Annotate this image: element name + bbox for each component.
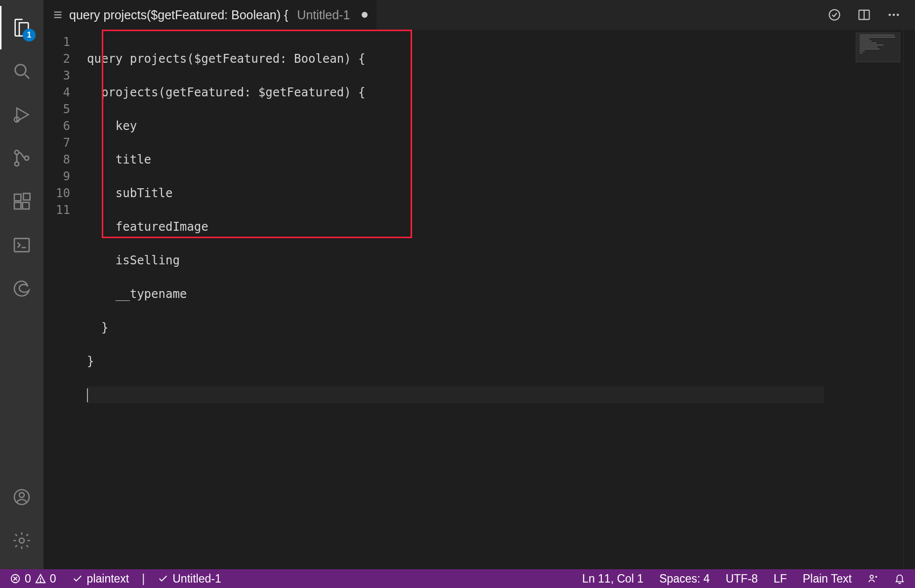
status-indentation[interactable]: Spaces: 4 xyxy=(656,569,712,588)
activity-source-control[interactable] xyxy=(0,136,43,180)
code-line[interactable] xyxy=(87,386,824,403)
line-number-gutter: 1 2 3 4 5 6 7 8 9 10 11 xyxy=(43,30,77,569)
status-notifications-icon[interactable] xyxy=(891,569,908,588)
svg-rect-7 xyxy=(14,194,21,201)
status-lang-server[interactable]: plaintext xyxy=(69,569,132,588)
svg-point-5 xyxy=(15,162,19,166)
svg-point-0 xyxy=(15,65,26,76)
code-line[interactable]: projects(getFeatured: $getFeatured) { xyxy=(87,84,824,101)
status-language-mode[interactable]: Plain Text xyxy=(800,569,855,588)
activity-run-debug[interactable] xyxy=(0,93,43,136)
dirty-indicator-icon xyxy=(362,12,368,18)
svg-point-30 xyxy=(870,575,873,578)
svg-marker-2 xyxy=(17,108,28,122)
text-caret xyxy=(87,388,88,402)
code-line[interactable]: isSelling xyxy=(87,252,824,269)
svg-point-15 xyxy=(19,538,24,543)
code-line[interactable]: } xyxy=(87,353,824,370)
code-line[interactable]: title xyxy=(87,151,824,168)
status-problems[interactable]: 0 0 xyxy=(7,569,59,588)
status-eol[interactable]: LF xyxy=(771,569,790,588)
svg-rect-10 xyxy=(23,193,30,200)
activity-edge-icon[interactable] xyxy=(0,267,43,310)
code-line[interactable]: key xyxy=(87,118,824,134)
code-content[interactable]: query projects($getFeatured: Boolean) { … xyxy=(77,30,824,569)
status-encoding[interactable]: UTF-8 xyxy=(723,569,761,588)
tab-title: query projects($getFeatured: Boolean) { xyxy=(69,8,288,22)
code-line[interactable]: subTitle xyxy=(87,185,824,202)
tab-bar: query projects($getFeatured: Boolean) { … xyxy=(43,0,915,30)
svg-point-29 xyxy=(40,581,41,582)
activity-accounts[interactable] xyxy=(0,475,43,519)
code-line[interactable]: __typename xyxy=(87,286,824,302)
svg-point-6 xyxy=(25,156,29,160)
svg-rect-11 xyxy=(14,239,29,252)
more-actions-icon[interactable] xyxy=(886,7,901,22)
activity-search[interactable] xyxy=(0,49,43,93)
svg-point-4 xyxy=(15,150,19,154)
status-bar: 0 0 plaintext | Untitled-1 Ln 11, Col 1 … xyxy=(0,569,915,588)
svg-point-22 xyxy=(889,14,891,16)
overview-ruler[interactable] xyxy=(903,30,915,569)
activity-bar: 1 xyxy=(0,0,43,569)
svg-point-23 xyxy=(893,14,895,16)
split-editor-icon[interactable] xyxy=(857,7,872,22)
svg-rect-8 xyxy=(14,203,21,209)
activity-extensions[interactable] xyxy=(0,180,43,223)
svg-point-19 xyxy=(830,10,840,20)
explorer-badge: 1 xyxy=(23,29,36,42)
status-cursor-position[interactable]: Ln 11, Col 1 xyxy=(579,569,646,588)
hamburger-icon xyxy=(52,9,63,20)
minimap-lines xyxy=(860,35,897,53)
editor-area: query projects($getFeatured: Boolean) { … xyxy=(43,0,915,569)
svg-rect-9 xyxy=(23,203,29,209)
svg-point-24 xyxy=(897,14,899,16)
status-filename[interactable]: Untitled-1 xyxy=(155,569,224,588)
svg-line-1 xyxy=(25,75,29,79)
code-line[interactable]: query projects($getFeatured: Boolean) { xyxy=(87,50,824,67)
run-action-icon[interactable] xyxy=(827,7,842,22)
activity-terminal[interactable] xyxy=(0,223,43,267)
editor-body[interactable]: 1 2 3 4 5 6 7 8 9 10 11 query projects($… xyxy=(43,30,915,569)
status-feedback-icon[interactable] xyxy=(865,569,881,588)
code-line[interactable]: featuredImage xyxy=(87,218,824,235)
minimap[interactable] xyxy=(824,30,903,569)
editor-tab[interactable]: query projects($getFeatured: Boolean) { … xyxy=(43,0,377,30)
code-line[interactable]: } xyxy=(87,319,824,336)
svg-point-14 xyxy=(19,493,24,498)
activity-settings[interactable] xyxy=(0,519,43,562)
activity-explorer[interactable]: 1 xyxy=(0,6,43,49)
tab-subtitle: Untitled-1 xyxy=(297,8,350,22)
